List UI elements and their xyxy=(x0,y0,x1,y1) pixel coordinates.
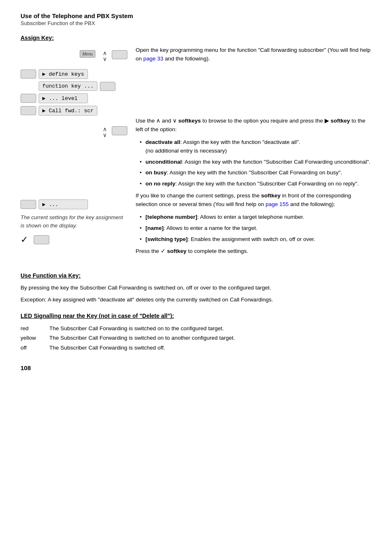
nav-cluster-2: ∧ ∨ xyxy=(103,126,107,138)
bullet-on-no-reply: on no reply: Assign the key with the fun… xyxy=(140,180,371,188)
nav-cluster-1: ∧ ∨ xyxy=(103,50,107,62)
right-softkey-2[interactable] xyxy=(100,82,115,91)
page-header: Use of the Telephone and PBX System Subs… xyxy=(21,12,371,26)
bullet-unconditional: unconditional: Assign the key with the f… xyxy=(140,158,371,167)
use-function-para1: By pressing the key the Subscriber Call … xyxy=(21,284,371,292)
display-row-function-key: function key ... xyxy=(23,81,127,91)
use-function-section: Use Function via Key: By pressing the ke… xyxy=(21,272,371,304)
nav-down-arrow[interactable]: ∨ xyxy=(103,56,107,62)
page-title: Use of the Telephone and PBX System xyxy=(21,12,371,19)
display-define-keys: ▶ define keys xyxy=(39,69,88,79)
left-softkey-2[interactable] xyxy=(21,94,36,103)
instruction-change-settings: If you like to change the current settin… xyxy=(136,192,371,209)
left-softkey-1[interactable] xyxy=(21,70,36,79)
display-callfwd: ▶ Call fwd.: scr xyxy=(39,106,97,116)
bullet-list-options: deactivate all: Assign the key with the … xyxy=(136,138,371,189)
display-row-define-keys: ▶ define keys xyxy=(21,69,127,79)
led-red-text: The Subscriber Call Forwarding is switch… xyxy=(49,324,371,333)
nav-down-arrow-2[interactable]: ∨ xyxy=(103,132,107,138)
use-function-heading: Use Function via Key: xyxy=(21,272,371,279)
led-yellow-text: The Subscriber Call Forwarding is switch… xyxy=(49,334,371,343)
display-row-dots: ▶ ... xyxy=(21,199,127,209)
led-table: red The Subscriber Call Forwarding is sw… xyxy=(21,324,371,352)
checkmark-row: ✓ xyxy=(21,234,127,245)
display-row-level: ▶ ... level xyxy=(21,93,127,103)
led-off-text: The Subscriber Call Forwarding is switch… xyxy=(49,343,371,352)
display-level: ▶ ... level xyxy=(39,93,88,103)
bullet-name: [name]: Allows to enter a name for the t… xyxy=(140,224,371,233)
page155-link[interactable]: page 155 xyxy=(265,201,288,207)
page-number: 108 xyxy=(21,364,371,371)
instruction-open-menu: Open the key programming menu for the fu… xyxy=(136,46,371,63)
led-red-label: red xyxy=(21,324,45,333)
instruction-use-softkeys: Use the ∧ and ∨ softkeys to browse to th… xyxy=(136,117,371,134)
led-section: LED Signalling near the Key (not in case… xyxy=(21,313,371,352)
bullet-deactivate-all: deactivate all: Assign the key with the … xyxy=(140,138,371,155)
bullet-telephone-number: [telephone number]: Allows to enter a ta… xyxy=(140,213,371,222)
left-softkey-3[interactable] xyxy=(21,106,36,115)
bullet-list-settings: [telephone number]: Allows to enter a ta… xyxy=(136,213,371,244)
page33-link[interactable]: page 33 xyxy=(143,56,164,62)
display-function-key: function key ... xyxy=(39,81,97,91)
right-softkey-check[interactable] xyxy=(34,235,49,244)
right-softkey-1[interactable] xyxy=(112,50,127,59)
led-yellow-label: yellow xyxy=(21,334,45,343)
led-heading: LED Signalling near the Key (not in case… xyxy=(21,313,371,319)
left-softkey-4[interactable] xyxy=(21,200,36,209)
nav-up-arrow-2[interactable]: ∧ xyxy=(103,126,107,132)
phone-diagram: Menu ∧ ∨ ▶ define keys function key ... … xyxy=(21,46,127,260)
page-subtitle: Subscriber Function of the PBX xyxy=(21,20,371,26)
instructions-column: Open the key programming menu for the fu… xyxy=(136,46,371,260)
display-dots: ▶ ... xyxy=(39,199,88,209)
menu-button[interactable]: Menu xyxy=(80,50,95,58)
checkmark-symbol: ✓ xyxy=(21,234,28,245)
assign-key-heading: Assign Key: xyxy=(21,35,371,41)
right-softkey-3[interactable] xyxy=(112,126,127,135)
nav-up-arrow[interactable]: ∧ xyxy=(103,50,107,56)
bullet-on-busy: on busy: Assign the key with the functio… xyxy=(140,169,371,177)
led-off-label: off xyxy=(21,343,45,352)
italic-note: The current settings for the key assignm… xyxy=(21,213,127,229)
use-function-para2: Exception: A key assigned with "deactiva… xyxy=(21,296,371,304)
bullet-switching-type: [switching type]: Enables the assignment… xyxy=(140,235,371,244)
display-row-callfwd: ▶ Call fwd.: scr xyxy=(21,106,127,116)
assign-key-content: Menu ∧ ∨ ▶ define keys function key ... … xyxy=(21,46,371,260)
instruction-complete: Press the ✓ softkey to complete the sett… xyxy=(136,247,371,256)
